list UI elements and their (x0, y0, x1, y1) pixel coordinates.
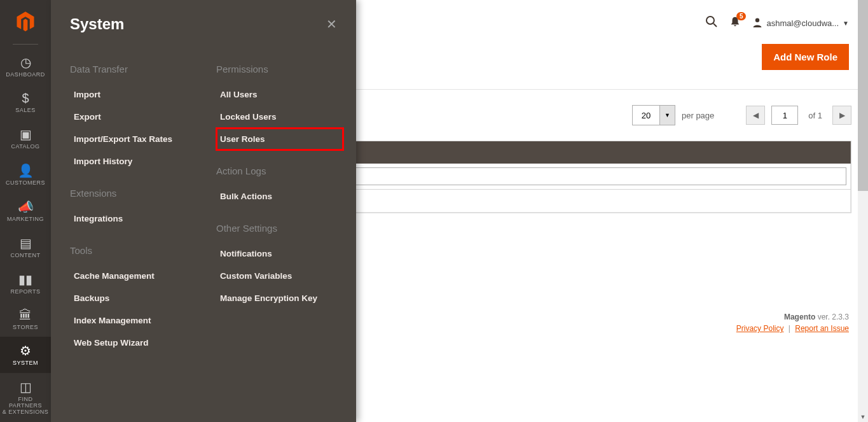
sidebar-item-dashboard[interactable]: ◷ DASHBOARD (0, 48, 51, 85)
magento-logo[interactable] (13, 10, 38, 34)
gauge-icon: ◷ (20, 55, 31, 70)
user-dropdown[interactable]: ashmal@cloudwa... ▼ (752, 17, 849, 29)
svg-line-1 (713, 24, 717, 27)
search-icon[interactable] (705, 15, 718, 31)
link-web-setup-wizard[interactable]: Web Setup Wizard (70, 332, 197, 354)
flyout-title: System (70, 15, 124, 33)
section-extensions: Extensions (70, 188, 197, 199)
sidebar-item-content[interactable]: ▤ CONTENT (0, 229, 51, 265)
link-bulk-actions[interactable]: Bulk Actions (216, 185, 343, 207)
sidebar-item-marketing[interactable]: 📣 MARKETING (0, 193, 51, 229)
link-custom-variables[interactable]: Custom Variables (216, 265, 343, 287)
link-locked-users[interactable]: Locked Users (216, 106, 343, 128)
svg-point-0 (706, 17, 714, 24)
of-pages-label: of 1 (808, 111, 822, 120)
user-icon (752, 17, 762, 29)
per-page-select[interactable]: ▼ (632, 105, 675, 125)
sidebar-item-catalog[interactable]: ▣ CATALOG (0, 120, 51, 157)
section-other-settings: Other Settings (216, 223, 343, 234)
dollar-icon: $ (22, 91, 29, 106)
partners-icon: ◫ (20, 379, 32, 395)
scroll-thumb[interactable] (858, 0, 868, 191)
section-permissions: Permissions (216, 64, 343, 74)
link-index-management[interactable]: Index Management (70, 309, 197, 332)
layout-icon: ▤ (20, 236, 32, 251)
notifications-badge: 5 (736, 12, 747, 20)
version-label: ver. 2.3.3 (815, 313, 849, 321)
page-input[interactable] (771, 106, 798, 125)
link-backups[interactable]: Backups (70, 287, 197, 309)
sidebar-item-customers[interactable]: 👤 CUSTOMERS (0, 157, 51, 193)
sidebar-item-find-partners[interactable]: ◫ FIND PARTNERS & EXTENSIONS (0, 373, 51, 422)
link-user-roles[interactable]: User Roles (216, 128, 343, 150)
sidebar-item-system[interactable]: ⚙ SYSTEM (0, 337, 51, 373)
storefront-icon: 🏛 (19, 308, 32, 323)
megaphone-icon: 📣 (18, 199, 34, 215)
sidebar-item-sales[interactable]: $ SALES (0, 85, 51, 120)
per-page-label: per page (682, 111, 714, 120)
admin-sidebar: ◷ DASHBOARD $ SALES ▣ CATALOG 👤 CUSTOMER… (0, 0, 51, 422)
per-page-dropdown-button[interactable]: ▼ (659, 106, 675, 125)
box-icon: ▣ (20, 127, 32, 142)
link-manage-encryption-key[interactable]: Manage Encryption Key (216, 287, 343, 309)
scroll-down-arrow[interactable]: ▼ (858, 412, 868, 422)
per-page-input[interactable] (633, 106, 659, 125)
system-flyout: System ✕ Data Transfer Import Export Imp… (51, 0, 356, 422)
prev-page-button[interactable]: ◀ (746, 106, 765, 125)
gear-icon: ⚙ (20, 343, 31, 358)
section-data-transfer: Data Transfer (70, 64, 197, 74)
sidebar-item-reports[interactable]: ▮▮ REPORTS (0, 265, 51, 302)
bar-chart-icon: ▮▮ (18, 272, 32, 287)
link-all-users[interactable]: All Users (216, 83, 343, 106)
link-notifications[interactable]: Notifications (216, 243, 343, 265)
privacy-policy-link[interactable]: Privacy Policy (736, 324, 784, 333)
user-name: ashmal@cloudwa... (766, 18, 839, 28)
section-tools: Tools (70, 245, 197, 256)
magento-label: Magento (784, 313, 815, 321)
link-import-history[interactable]: Import History (70, 150, 197, 172)
link-import-export-tax-rates[interactable]: Import/Export Tax Rates (70, 128, 197, 150)
link-cache-management[interactable]: Cache Management (70, 265, 197, 287)
chevron-down-icon: ▼ (843, 20, 849, 27)
notifications-icon[interactable]: 5 (729, 16, 741, 31)
svg-point-2 (755, 18, 759, 22)
next-page-button[interactable]: ▶ (832, 106, 851, 125)
link-export[interactable]: Export (70, 106, 197, 128)
person-icon: 👤 (18, 163, 34, 178)
close-icon[interactable]: ✕ (326, 17, 337, 32)
report-issue-link[interactable]: Report an Issue (795, 324, 849, 333)
page-footer: Magento ver. 2.3.3 Privacy Policy | Repo… (736, 313, 849, 333)
sidebar-item-stores[interactable]: 🏛 STORES (0, 302, 51, 337)
section-action-logs: Action Logs (216, 165, 343, 176)
link-integrations[interactable]: Integrations (70, 207, 197, 230)
browser-scrollbar[interactable]: ▲ ▼ (858, 0, 868, 422)
link-import[interactable]: Import (70, 83, 197, 106)
add-new-role-button[interactable]: Add New Role (762, 44, 849, 70)
